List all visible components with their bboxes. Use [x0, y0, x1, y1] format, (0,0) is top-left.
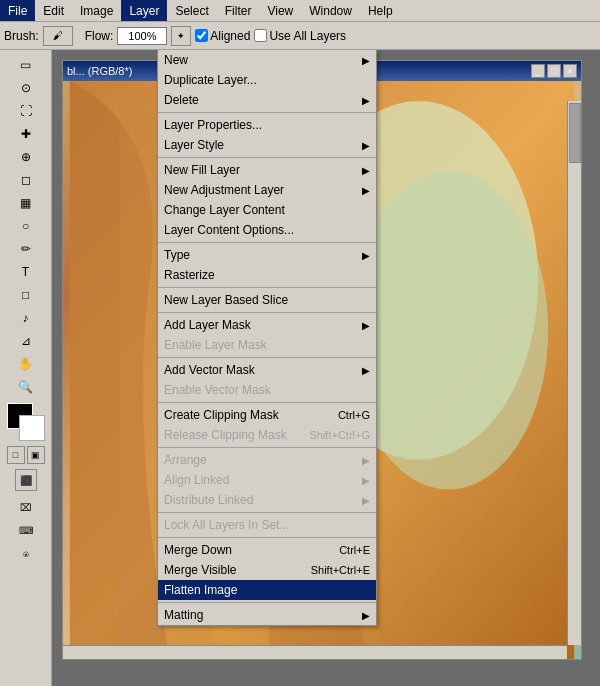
- menu-select[interactable]: Select: [167, 0, 216, 21]
- menu-item-enable-layer-mask: Enable Layer Mask: [158, 335, 376, 355]
- shortcut-merge-visible: Shift+Ctrl+E: [311, 564, 370, 576]
- separator-10: [158, 537, 376, 538]
- menu-file[interactable]: File: [0, 0, 35, 21]
- canvas-area: bl... (RGB/8*) _ □ ×: [52, 50, 600, 686]
- scrollbar-vertical[interactable]: [567, 101, 581, 645]
- flow-input[interactable]: 100%: [117, 27, 167, 45]
- menu-item-arrange: Arrange ▶: [158, 450, 376, 470]
- tool-crop[interactable]: ⛶: [15, 100, 37, 122]
- menu-item-enable-vector-mask: Enable Vector Mask: [158, 380, 376, 400]
- tool-select-rect[interactable]: ▭: [15, 54, 37, 76]
- scrollbar-horizontal[interactable]: [63, 645, 567, 659]
- tool-path[interactable]: ✏: [15, 238, 37, 260]
- arrow-icon: ▶: [362, 610, 370, 621]
- menu-view[interactable]: View: [259, 0, 301, 21]
- menu-item-type[interactable]: Type ▶: [158, 245, 376, 265]
- separator-8: [158, 447, 376, 448]
- menu-help[interactable]: Help: [360, 0, 401, 21]
- tool-shape[interactable]: □: [15, 284, 37, 306]
- airbrush-btn[interactable]: ✦: [171, 26, 191, 46]
- menu-item-layer-content-opts[interactable]: Layer Content Options...: [158, 220, 376, 240]
- menu-layer[interactable]: Layer: [121, 0, 167, 21]
- layer-menu: New ▶ Duplicate Layer... Delete ▶ Layer …: [157, 50, 377, 626]
- flow-label: Flow:: [85, 29, 114, 43]
- tool-gradient[interactable]: ▦: [15, 192, 37, 214]
- screen-mode[interactable]: ⬛: [15, 469, 37, 491]
- menu-item-layer-properties[interactable]: Layer Properties...: [158, 115, 376, 135]
- tool-eyedropper[interactable]: ⊿: [15, 330, 37, 352]
- mode-buttons: □ ▣: [7, 446, 45, 464]
- separator-6: [158, 357, 376, 358]
- tool-clone[interactable]: ⊕: [15, 146, 37, 168]
- tool-hand[interactable]: ✋: [15, 353, 37, 375]
- tool-eraser[interactable]: ◻: [15, 169, 37, 191]
- menu-window[interactable]: Window: [301, 0, 360, 21]
- standard-mode[interactable]: □: [7, 446, 25, 464]
- background-color[interactable]: [19, 415, 45, 441]
- separator-2: [158, 157, 376, 158]
- tool-healing[interactable]: ✚: [15, 123, 37, 145]
- menu-image[interactable]: Image: [72, 0, 121, 21]
- shortcut-merge-down: Ctrl+E: [339, 544, 370, 556]
- arrow-icon: ▶: [362, 95, 370, 106]
- tool-notes[interactable]: ♪: [15, 307, 37, 329]
- menu-item-rasterize[interactable]: Rasterize: [158, 265, 376, 285]
- maximize-button[interactable]: □: [547, 64, 561, 78]
- menu-edit[interactable]: Edit: [35, 0, 72, 21]
- arrow-icon: ▶: [362, 165, 370, 176]
- menubar: File Edit Image Layer Select Filter View…: [0, 0, 600, 22]
- tool-zoom[interactable]: 🔍: [15, 376, 37, 398]
- aligned-label[interactable]: Aligned: [195, 29, 250, 43]
- brush-icon: 🖌: [53, 30, 63, 41]
- menu-item-duplicate[interactable]: Duplicate Layer...: [158, 70, 376, 90]
- arrow-icon: ▶: [362, 250, 370, 261]
- brush-label: Brush:: [4, 29, 39, 43]
- brush-picker[interactable]: 🖌: [43, 26, 73, 46]
- toolbar: ▭ ⊙ ⛶ ✚ ⊕ ◻ ▦ ○ ✏ T □ ♪ ⊿ ✋ 🔍 □ ▣ ⬛ ⌧ ⌨ …: [0, 50, 52, 686]
- tool-lasso[interactable]: ⊙: [15, 77, 37, 99]
- menu-item-new[interactable]: New ▶: [158, 50, 376, 70]
- tool-extra-3[interactable]: ⍟: [15, 542, 37, 564]
- arrow-icon: ▶: [362, 55, 370, 66]
- minimize-button[interactable]: _: [531, 64, 545, 78]
- menu-item-new-slice[interactable]: New Layer Based Slice: [158, 290, 376, 310]
- menu-filter[interactable]: Filter: [217, 0, 260, 21]
- tool-extra-2[interactable]: ⌨: [15, 519, 37, 541]
- options-bar: Brush: 🖌 Flow: 100% ✦ Aligned Use All La…: [0, 22, 600, 50]
- use-all-label[interactable]: Use All Layers: [254, 29, 346, 43]
- menu-item-new-fill[interactable]: New Fill Layer ▶: [158, 160, 376, 180]
- menu-item-flatten[interactable]: Flatten Image: [158, 580, 376, 600]
- separator-11: [158, 602, 376, 603]
- tool-text[interactable]: T: [15, 261, 37, 283]
- quick-mask-mode[interactable]: ▣: [27, 446, 45, 464]
- arrow-icon: ▶: [362, 320, 370, 331]
- menu-item-layer-style[interactable]: Layer Style ▶: [158, 135, 376, 155]
- tool-extra-1[interactable]: ⌧: [15, 496, 37, 518]
- extra-tools: ⌧ ⌨ ⍟: [15, 496, 37, 564]
- menu-item-delete[interactable]: Delete ▶: [158, 90, 376, 110]
- arrow-icon: ▶: [362, 185, 370, 196]
- separator-7: [158, 402, 376, 403]
- separator-4: [158, 287, 376, 288]
- shortcut-create-clipping: Ctrl+G: [338, 409, 370, 421]
- separator-9: [158, 512, 376, 513]
- use-all-checkbox[interactable]: [254, 29, 267, 42]
- tool-dodge[interactable]: ○: [15, 215, 37, 237]
- menu-item-add-vector-mask[interactable]: Add Vector Mask ▶: [158, 360, 376, 380]
- arrow-icon: ▶: [362, 475, 370, 486]
- menu-item-change-content[interactable]: Change Layer Content: [158, 200, 376, 220]
- aligned-checkbox[interactable]: [195, 29, 208, 42]
- menu-item-new-adjustment[interactable]: New Adjustment Layer ▶: [158, 180, 376, 200]
- menu-item-align-linked: Align Linked ▶: [158, 470, 376, 490]
- menu-item-add-layer-mask[interactable]: Add Layer Mask ▶: [158, 315, 376, 335]
- arrow-icon: ▶: [362, 365, 370, 376]
- menu-item-merge-down[interactable]: Merge Down Ctrl+E: [158, 540, 376, 560]
- color-swatches[interactable]: [7, 403, 45, 441]
- menu-item-create-clipping[interactable]: Create Clipping Mask Ctrl+G: [158, 405, 376, 425]
- arrow-icon: ▶: [362, 495, 370, 506]
- menu-item-matting[interactable]: Matting ▶: [158, 605, 376, 625]
- separator-5: [158, 312, 376, 313]
- close-button[interactable]: ×: [563, 64, 577, 78]
- menu-item-merge-visible[interactable]: Merge Visible Shift+Ctrl+E: [158, 560, 376, 580]
- scrollbar-thumb-v[interactable]: [569, 103, 581, 163]
